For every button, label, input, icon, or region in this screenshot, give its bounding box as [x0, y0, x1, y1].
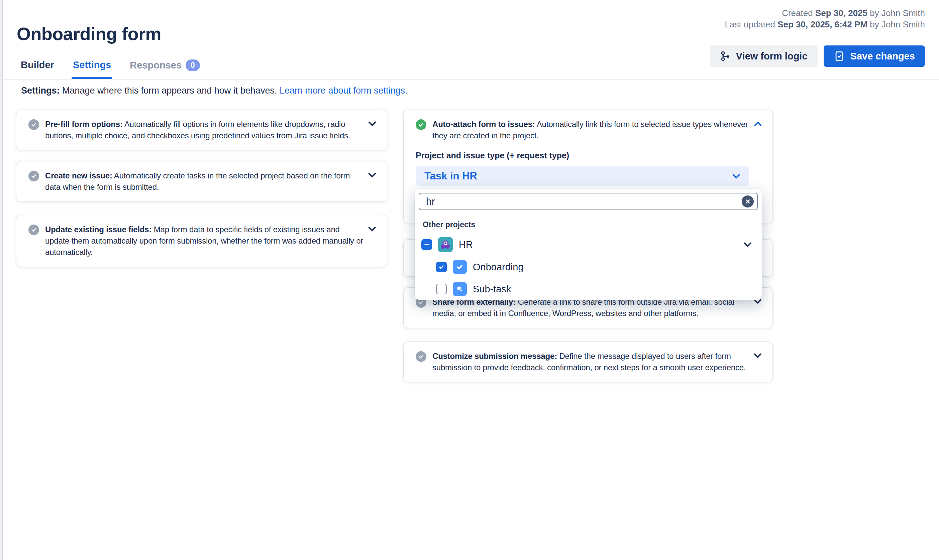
document-check-icon: [834, 51, 845, 62]
tab-builder[interactable]: Builder: [21, 60, 54, 79]
card-auto-attach-text: Auto-attach form to issues: Automaticall…: [432, 118, 749, 142]
page-title: Onboarding form: [17, 23, 161, 44]
branch-logic-icon: [720, 51, 731, 62]
card-prefill-form-options[interactable]: Pre-fill form options: Automatically fil…: [16, 109, 387, 150]
hr-project-avatar-icon: [438, 237, 453, 252]
dropdown-group-label: Other projects: [423, 220, 758, 229]
updated-date: Sep 30, 2025, 6:42 PM: [777, 19, 867, 29]
selected-issue-type-value: Task in HR: [424, 170, 477, 182]
inactive-check-icon: [28, 225, 39, 235]
created-line: Created Sep 30, 2025 by John Smith: [725, 7, 925, 19]
checkbox-checked[interactable]: [436, 262, 447, 272]
inactive-check-icon: [416, 351, 426, 362]
learn-more-link[interactable]: Learn more about form settings.: [279, 86, 408, 95]
tab-responses[interactable]: Responses0: [130, 60, 200, 79]
issue-type-label: Sub-task: [473, 284, 511, 295]
tab-settings[interactable]: Settings: [73, 60, 111, 79]
chevron-down-icon[interactable]: [754, 299, 762, 304]
chevron-down-icon: [732, 174, 740, 179]
created-by: by John Smith: [870, 8, 925, 18]
card-customize-text: Customize submission message: Define the…: [432, 351, 749, 373]
card-create-new-text: Create new issue: Automatically create t…: [45, 170, 364, 193]
card-update-existing-title: Update existing issue fields:: [45, 225, 151, 234]
card-update-existing-fields[interactable]: Update existing issue fields: Map form d…: [16, 215, 387, 267]
card-create-new-issue[interactable]: Create new issue: Automatically create t…: [16, 161, 387, 202]
project-issue-type-label: Project and issue type (+ request type): [416, 151, 749, 160]
card-update-existing-text: Update existing issue fields: Map form d…: [45, 224, 364, 258]
issue-type-row-subtask[interactable]: Sub-task: [419, 282, 758, 296]
chevron-down-icon[interactable]: [368, 121, 376, 126]
updated-line: Last updated Sep 30, 2025, 6:42 PM by Jo…: [725, 19, 925, 30]
card-share-text: Share form externally: Generate a link t…: [432, 296, 749, 319]
updated-by: by John Smith: [870, 19, 925, 29]
settings-description: Settings: Manage where this form appears…: [21, 86, 408, 96]
checkbox-unchecked[interactable]: [436, 284, 447, 294]
card-create-new-title: Create new issue:: [45, 171, 113, 180]
view-form-logic-button[interactable]: View form logic: [710, 45, 817, 67]
project-issue-type-dropdown: Other projects HR: [415, 189, 762, 300]
left-edge-strip: [0, 0, 3, 560]
form-settings-page: Onboarding form Created Sep 30, 2025 by …: [0, 0, 939, 560]
inactive-check-icon: [28, 119, 39, 130]
updated-label: Last updated: [725, 19, 775, 29]
project-name-label: HR: [459, 239, 473, 250]
card-prefill-text: Pre-fill form options: Automatically fil…: [45, 118, 364, 142]
chevron-down-icon[interactable]: [368, 226, 376, 232]
search-input[interactable]: [419, 193, 758, 210]
chevron-down-icon[interactable]: [744, 242, 752, 247]
clear-search-button[interactable]: [742, 195, 754, 208]
card-auto-attach-title: Auto-attach form to issues:: [432, 120, 535, 129]
card-customize-submission[interactable]: Customize submission message: Define the…: [403, 342, 773, 382]
created-date: Sep 30, 2025: [815, 8, 867, 18]
save-changes-button[interactable]: Save changes: [823, 45, 925, 67]
save-changes-label: Save changes: [850, 51, 915, 62]
card-customize-title: Customize submission message:: [432, 351, 557, 360]
project-row-hr[interactable]: HR: [419, 237, 758, 252]
dropdown-search: [419, 193, 758, 210]
subtask-icon: [453, 282, 467, 296]
checkbox-indeterminate[interactable]: [421, 239, 432, 250]
tab-bar: Builder Settings Responses0: [21, 60, 200, 79]
chevron-down-icon[interactable]: [368, 173, 376, 178]
responses-count-badge: 0: [186, 60, 200, 71]
project-issue-type-select[interactable]: Task in HR: [416, 166, 749, 186]
issue-type-row-onboarding[interactable]: Onboarding: [419, 260, 758, 274]
chevron-down-icon[interactable]: [754, 353, 762, 358]
inactive-check-icon: [28, 171, 39, 182]
view-form-logic-label: View form logic: [736, 51, 808, 62]
chevron-up-icon[interactable]: [754, 121, 762, 126]
settings-description-body: Manage where this form appears and how i…: [62, 86, 277, 95]
issue-type-label: Onboarding: [473, 262, 524, 273]
created-label: Created: [782, 8, 813, 18]
task-icon: [453, 260, 467, 274]
tabs-divider: [3, 79, 939, 80]
card-prefill-title: Pre-fill form options:: [45, 120, 123, 129]
tab-responses-label: Responses: [130, 60, 182, 71]
form-meta: Created Sep 30, 2025 by John Smith Last …: [725, 7, 925, 30]
header-actions: View form logic Save changes: [710, 45, 925, 67]
close-icon: [745, 199, 750, 204]
active-check-icon: [416, 119, 426, 130]
settings-description-lead: Settings:: [21, 86, 60, 95]
